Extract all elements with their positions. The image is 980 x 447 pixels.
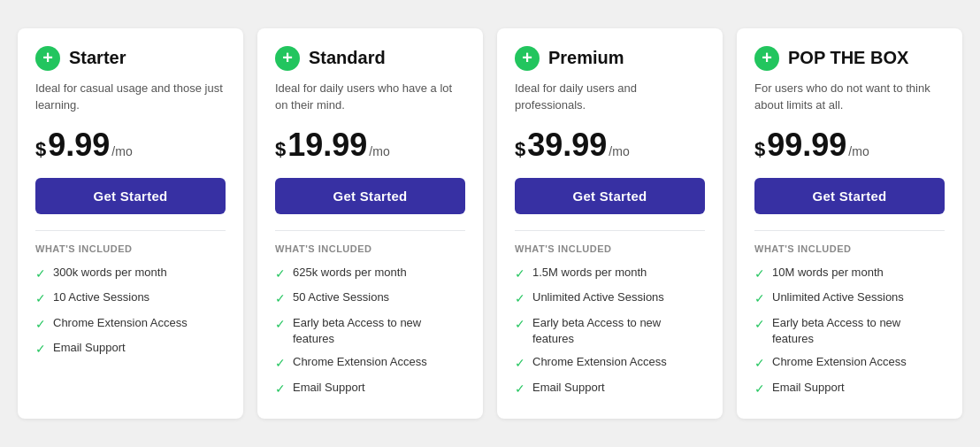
plan-description-pop-the-box: For users who do not want to think about…: [754, 80, 945, 114]
divider-starter: [35, 230, 226, 231]
check-icon-standard-0: ✓: [275, 266, 286, 283]
feature-text-starter-2: Chrome Extension Access: [53, 315, 188, 331]
check-icon-standard-1: ✓: [275, 290, 286, 308]
plan-name-premium: Premium: [548, 48, 624, 68]
check-icon-pop-the-box-1: ✓: [754, 290, 765, 308]
price-dollar-standard: $: [275, 138, 286, 161]
check-icon-premium-1: ✓: [515, 290, 525, 308]
feature-item-pop-the-box-3: ✓ Chrome Extension Access: [754, 354, 945, 373]
feature-text-standard-4: Email Support: [293, 380, 365, 396]
feature-item-premium-2: ✓ Early beta Access to new features: [515, 315, 705, 347]
pricing-card-pop-the-box: + POP THE BOX For users who do not want …: [737, 28, 962, 420]
price-period-starter: /mo: [111, 144, 132, 158]
feature-text-pop-the-box-3: Chrome Extension Access: [772, 354, 907, 370]
features-list-pop-the-box: ✓ 10M words per month ✓ Unlimited Active…: [754, 265, 945, 398]
price-period-pop-the-box: /mo: [848, 144, 869, 158]
feature-text-pop-the-box-1: Unlimited Active Sessions: [772, 289, 904, 305]
feature-item-standard-3: ✓ Chrome Extension Access: [275, 354, 465, 373]
feature-item-premium-3: ✓ Chrome Extension Access: [515, 354, 705, 373]
price-dollar-pop-the-box: $: [754, 138, 765, 161]
features-list-premium: ✓ 1.5M words per month ✓ Unlimited Activ…: [515, 265, 705, 398]
feature-text-standard-3: Chrome Extension Access: [293, 354, 427, 370]
plan-description-starter: Ideal for casual usage and those just le…: [35, 80, 226, 114]
price-amount-standard: 19.99: [287, 127, 367, 164]
features-list-starter: ✓ 300k words per month ✓ 10 Active Sessi…: [35, 265, 226, 358]
get-started-button-standard[interactable]: Get Started: [275, 178, 465, 214]
price-row-pop-the-box: $ 99.99 /mo: [754, 127, 945, 164]
feature-text-pop-the-box-2: Early beta Access to new features: [772, 315, 945, 347]
plan-description-premium: Ideal for daily users and professionals.: [515, 80, 705, 114]
price-row-premium: $ 39.99 /mo: [515, 127, 705, 164]
check-icon-pop-the-box-0: ✓: [754, 266, 765, 283]
pricing-card-starter: + Starter Ideal for casual usage and tho…: [18, 28, 243, 420]
feature-item-pop-the-box-0: ✓ 10M words per month: [754, 265, 945, 283]
feature-text-standard-0: 625k words per month: [293, 265, 407, 281]
get-started-button-pop-the-box[interactable]: Get Started: [754, 178, 945, 214]
feature-text-pop-the-box-4: Email Support: [772, 380, 845, 396]
feature-item-starter-2: ✓ Chrome Extension Access: [35, 315, 226, 334]
feature-text-starter-0: 300k words per month: [53, 265, 167, 281]
feature-text-starter-3: Email Support: [53, 340, 126, 356]
price-row-starter: $ 9.99 /mo: [35, 127, 226, 164]
price-dollar-premium: $: [515, 138, 525, 161]
feature-item-starter-1: ✓ 10 Active Sessions: [35, 289, 226, 308]
whats-included-label-starter: WHAT'S INCLUDED: [35, 243, 226, 254]
feature-item-standard-4: ✓ Email Support: [275, 380, 465, 398]
price-amount-premium: 39.99: [527, 127, 607, 164]
price-row-standard: $ 19.99 /mo: [275, 127, 465, 164]
pricing-card-premium: + Premium Ideal for daily users and prof…: [497, 28, 723, 420]
feature-item-standard-0: ✓ 625k words per month: [275, 265, 465, 283]
check-icon-starter-1: ✓: [35, 290, 46, 308]
feature-text-pop-the-box-0: 10M words per month: [772, 265, 884, 281]
plus-icon-pop-the-box: +: [754, 46, 779, 71]
check-icon-pop-the-box-4: ✓: [754, 381, 765, 398]
check-icon-premium-0: ✓: [515, 266, 525, 283]
feature-text-starter-1: 10 Active Sessions: [53, 289, 149, 305]
plus-icon-premium: +: [515, 46, 540, 71]
check-icon-premium-3: ✓: [515, 355, 525, 373]
feature-text-premium-4: Email Support: [532, 380, 605, 396]
price-amount-starter: 9.99: [48, 127, 110, 164]
whats-included-label-pop-the-box: WHAT'S INCLUDED: [754, 243, 945, 254]
card-header-premium: + Premium: [515, 46, 705, 71]
feature-item-pop-the-box-2: ✓ Early beta Access to new features: [754, 315, 945, 347]
feature-text-standard-1: 50 Active Sessions: [293, 289, 389, 305]
pricing-card-standard: + Standard Ideal for daily users who hav…: [257, 28, 483, 420]
plus-icon-standard: +: [275, 46, 300, 71]
feature-item-premium-0: ✓ 1.5M words per month: [515, 265, 705, 283]
check-icon-standard-3: ✓: [275, 355, 286, 373]
plan-name-standard: Standard: [309, 48, 386, 68]
plus-icon-starter: +: [35, 46, 60, 71]
feature-item-standard-1: ✓ 50 Active Sessions: [275, 289, 465, 308]
feature-item-premium-1: ✓ Unlimited Active Sessions: [515, 289, 705, 308]
feature-text-premium-3: Chrome Extension Access: [532, 354, 667, 370]
get-started-button-premium[interactable]: Get Started: [515, 178, 705, 214]
check-icon-starter-3: ✓: [35, 341, 46, 358]
whats-included-label-premium: WHAT'S INCLUDED: [515, 243, 705, 254]
price-period-standard: /mo: [369, 144, 389, 158]
features-list-standard: ✓ 625k words per month ✓ 50 Active Sessi…: [275, 265, 465, 398]
feature-item-starter-3: ✓ Email Support: [35, 340, 226, 358]
feature-text-standard-2: Early beta Access to new features: [293, 315, 465, 347]
divider-pop-the-box: [754, 230, 945, 231]
check-icon-starter-2: ✓: [35, 316, 46, 334]
check-icon-premium-4: ✓: [515, 381, 525, 398]
card-header-pop-the-box: + POP THE BOX: [754, 46, 945, 71]
card-header-standard: + Standard: [275, 46, 465, 71]
feature-item-starter-0: ✓ 300k words per month: [35, 265, 226, 283]
feature-item-pop-the-box-4: ✓ Email Support: [754, 380, 945, 398]
feature-item-premium-4: ✓ Email Support: [515, 380, 705, 398]
price-amount-pop-the-box: 99.99: [767, 127, 846, 164]
plan-name-pop-the-box: POP THE BOX: [788, 48, 908, 68]
feature-text-premium-1: Unlimited Active Sessions: [532, 289, 664, 305]
price-period-premium: /mo: [609, 144, 629, 158]
feature-item-standard-2: ✓ Early beta Access to new features: [275, 315, 465, 347]
plan-description-standard: Ideal for daily users who have a lot on …: [275, 80, 465, 114]
plan-name-starter: Starter: [69, 48, 126, 68]
get-started-button-starter[interactable]: Get Started: [35, 178, 226, 214]
feature-text-premium-0: 1.5M words per month: [532, 265, 647, 281]
card-header-starter: + Starter: [35, 46, 226, 71]
check-icon-standard-2: ✓: [275, 316, 286, 334]
check-icon-premium-2: ✓: [515, 316, 525, 334]
price-dollar-starter: $: [35, 138, 46, 161]
